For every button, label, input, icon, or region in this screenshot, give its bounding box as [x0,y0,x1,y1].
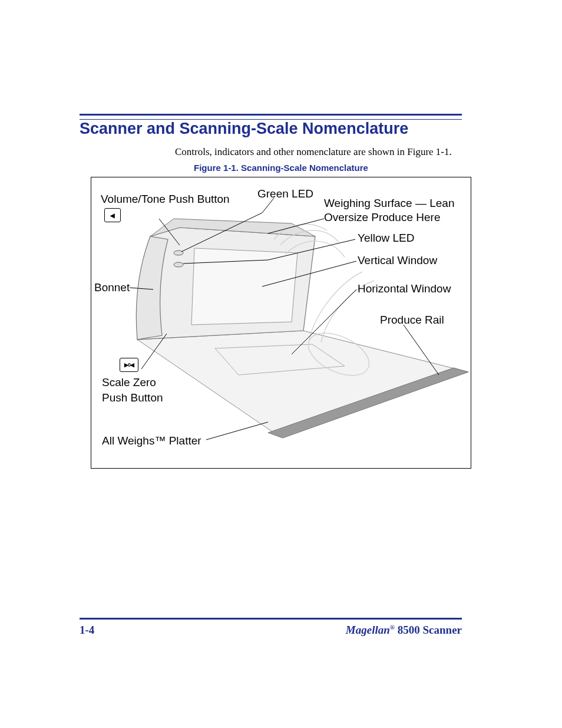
label-weighing-surface-l1: Weighing Surface — Lean [324,197,454,209]
scale-zero-icon: ▶0◀ [120,358,138,372]
label-scale-zero: Scale Zero Push Button [102,375,163,405]
manual-page: Scanner and Scanning-Scale Nomenclature … [0,0,562,728]
label-vertical-window: Vertical Window [358,254,437,268]
intro-text: Controls, indicators and other nomenclat… [175,146,452,158]
label-green-led: Green LED [257,187,313,201]
figure-box: ◀ ▶0◀ Volume/Tone Push Button Green LED … [91,177,471,469]
label-weighing-surface-l2: Oversize Produce Here [324,211,440,223]
svg-line-14 [206,422,268,440]
footer-brand: Magellan [346,624,390,636]
footer-model: 8500 Scanner [395,624,462,636]
top-rule [80,114,462,120]
svg-point-7 [174,262,183,267]
footer-product: Magellan® 8500 Scanner [346,624,462,637]
label-all-weighs: All Weighs™ Platter [102,434,201,448]
label-produce-rail: Produce Rail [380,314,444,327]
footer-rule [80,618,462,620]
label-volume-tone: Volume/Tone Push Button [101,193,230,206]
volume-glyph: ◀ [110,212,115,219]
label-weighing-surface: Weighing Surface — Lean Oversize Produce… [324,196,454,225]
scale-zero-glyph: ▶0◀ [124,362,134,368]
svg-marker-5 [191,248,297,325]
volume-icon: ◀ [104,208,121,222]
label-scale-zero-l2: Push Button [102,391,163,404]
footer-reg: ® [390,624,395,631]
label-bonnet: Bonnet [94,281,130,295]
label-yellow-led: Yellow LED [358,232,414,245]
section-title: Scanner and Scanning-Scale Nomenclature [80,120,408,138]
label-scale-zero-l1: Scale Zero [102,376,156,388]
figure-caption: Figure 1-1. Scanning-Scale Nomenclature [0,163,562,173]
page-number: 1-4 [80,624,94,637]
label-horizontal-window: Horizontal Window [358,282,451,296]
